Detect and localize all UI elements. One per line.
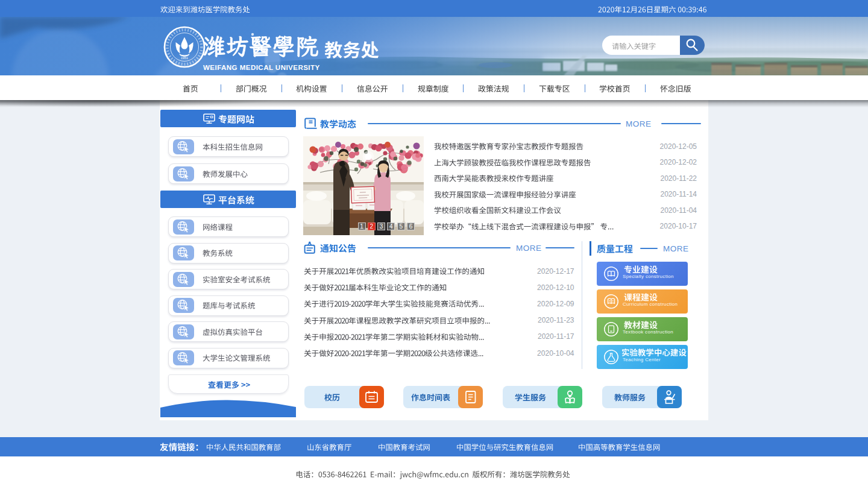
svg-text:1951: 1951 bbox=[181, 56, 188, 60]
